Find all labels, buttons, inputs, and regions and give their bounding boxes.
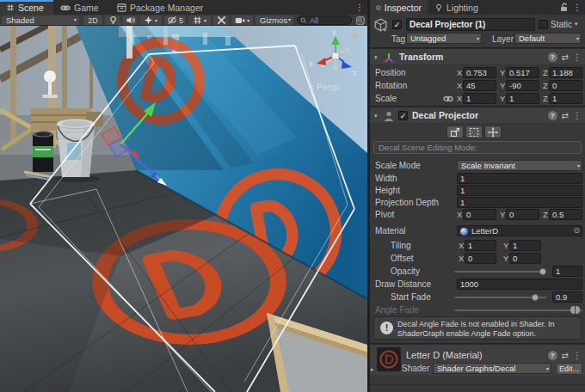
shader-edit-button[interactable]: Edit... bbox=[556, 363, 582, 375]
material-sphere-icon bbox=[460, 228, 468, 236]
static-checkbox[interactable] bbox=[539, 20, 548, 29]
gameobject-active-checkbox[interactable]: ✓ bbox=[392, 20, 402, 29]
help-icon[interactable]: ? bbox=[548, 351, 557, 360]
projection-mode-label[interactable]: Persp bbox=[317, 83, 340, 92]
draw-distance-label: Draw Distance bbox=[375, 279, 431, 290]
tiling-x-field[interactable]: 1 bbox=[465, 240, 496, 251]
shading-mode-dropdown[interactable]: Shaded ▾ bbox=[2, 15, 79, 25]
tab-package-manager-label: Package Manager bbox=[130, 3, 203, 13]
opacity-value-field[interactable]: 1 bbox=[552, 266, 582, 277]
inspector-menu-icon[interactable]: ⋮ bbox=[573, 3, 582, 12]
kebab-menu-icon[interactable]: ⋮ bbox=[573, 111, 582, 120]
edit-scale-button[interactable] bbox=[446, 126, 464, 138]
chevron-down-icon: ▾ bbox=[288, 16, 291, 24]
scene-camera-dropdown[interactable]: ▾ bbox=[231, 15, 253, 25]
position-x-field[interactable]: 0.753 bbox=[463, 67, 496, 78]
height-field[interactable]: 1 bbox=[457, 185, 582, 196]
axis-y-label: Y bbox=[500, 67, 505, 78]
rotation-y-field[interactable]: -90 bbox=[506, 80, 539, 91]
material-foldout-icon[interactable]: ▸ bbox=[371, 366, 374, 373]
tab-inspector[interactable]: Inspector bbox=[370, 0, 428, 15]
axis-z-label: Z bbox=[543, 80, 548, 91]
gizmo-x-label: x bbox=[309, 59, 313, 68]
inspector-lock-icon[interactable] bbox=[560, 3, 569, 12]
object-picker-icon[interactable]: ⊙ bbox=[573, 226, 580, 236]
static-dropdown-icon[interactable]: ▾ bbox=[575, 21, 578, 28]
scale-x-field[interactable]: 1 bbox=[463, 93, 496, 104]
preset-icon[interactable]: ⇄ bbox=[562, 111, 569, 120]
inspector-info-icon bbox=[376, 3, 381, 12]
opacity-slider-track[interactable] bbox=[454, 271, 546, 273]
toggle-2d-button[interactable]: 2D bbox=[83, 15, 102, 25]
scale-z-field[interactable]: 1 bbox=[549, 93, 582, 104]
component-enabled-checkbox[interactable]: ✓ bbox=[398, 111, 408, 120]
scale-y-field[interactable]: 1 bbox=[506, 93, 539, 104]
rotation-x-field[interactable]: 45 bbox=[463, 80, 496, 91]
scene-panel-menu-icon[interactable]: ⋮ bbox=[355, 3, 364, 12]
transform-header[interactable]: ▾ Transform ? ⇄ ⋮ bbox=[370, 48, 585, 65]
pivot-z-field[interactable]: 0.5 bbox=[549, 209, 582, 220]
scene-grid-dropdown[interactable]: ▾ bbox=[188, 15, 211, 25]
scale-mode-dropdown[interactable]: Scale Invariant▾ bbox=[457, 160, 582, 171]
prefab-dropdown-icon[interactable]: ▾ bbox=[384, 27, 386, 33]
width-field[interactable]: 1 bbox=[457, 173, 582, 184]
draw-distance-field[interactable]: 1000 bbox=[457, 279, 582, 290]
constrain-proportions-link-icon[interactable] bbox=[443, 95, 453, 103]
shader-dropdown[interactable]: Shader Graphs/Decal▾ bbox=[433, 363, 551, 374]
edit-pivot-button[interactable] bbox=[484, 126, 502, 138]
tiling-label: Tiling bbox=[391, 240, 411, 251]
decal-projector-header[interactable]: ▾ ✓ Decal Projector ? ⇄ ⋮ bbox=[370, 107, 585, 124]
material-section-header[interactable]: Letter D (Material) ? ⇄ ⋮ ▸ Shader Shade… bbox=[370, 344, 585, 377]
decal-projector-title: Decal Projector bbox=[412, 110, 478, 121]
tab-scene-label: Scene bbox=[18, 3, 44, 13]
transform-title: Transform bbox=[399, 52, 443, 63]
position-y-field[interactable]: 0.517 bbox=[506, 67, 539, 78]
scene-effects-dropdown[interactable]: ▾ bbox=[139, 15, 162, 25]
component-tools-button[interactable] bbox=[213, 15, 229, 25]
pivot-x-field[interactable]: 0 bbox=[463, 209, 496, 220]
gizmos-dropdown[interactable]: Gizmos ▾ bbox=[256, 15, 293, 25]
scene-lighting-button[interactable] bbox=[105, 15, 120, 25]
help-icon[interactable]: ? bbox=[548, 52, 557, 62]
start-fade-value-field[interactable]: 0.9 bbox=[552, 291, 582, 303]
scene-visibility-button[interactable]: 5 bbox=[164, 15, 186, 25]
dashed-box-icon bbox=[469, 127, 479, 138]
material-object-field[interactable]: LetterD ⊙ bbox=[457, 225, 582, 236]
preset-icon[interactable]: ⇄ bbox=[562, 52, 569, 62]
offset-y-field[interactable]: 0 bbox=[509, 253, 541, 264]
tab-game-label: Game bbox=[74, 3, 99, 13]
tab-game[interactable]: Game bbox=[54, 0, 109, 15]
chevron-down-icon: ▾ bbox=[74, 16, 77, 24]
offset-x-field[interactable]: 0 bbox=[465, 253, 496, 264]
tiling-y-field[interactable]: 1 bbox=[509, 240, 541, 251]
preset-icon[interactable]: ⇄ bbox=[562, 351, 569, 360]
tab-lighting[interactable]: Lighting bbox=[428, 0, 490, 15]
foldout-icon[interactable]: ▾ bbox=[374, 113, 378, 119]
height-label: Height bbox=[375, 185, 400, 196]
search-zoom-button[interactable] bbox=[354, 15, 366, 25]
transform-icon bbox=[383, 52, 395, 64]
scene-audio-button[interactable] bbox=[122, 15, 138, 25]
width-label: Width bbox=[375, 173, 397, 184]
layer-dropdown[interactable]: Default▾ bbox=[514, 33, 582, 44]
gameobject-name-field[interactable]: Decal Projector (1) bbox=[406, 18, 535, 31]
start-fade-slider-handle[interactable] bbox=[532, 294, 539, 301]
scene-viewport[interactable]: y x z < Persp bbox=[0, 26, 367, 392]
pivot-y-field[interactable]: 0 bbox=[506, 209, 539, 220]
projection-depth-field[interactable]: 1 bbox=[457, 197, 582, 208]
rotation-z-field[interactable]: 0 bbox=[549, 80, 582, 91]
scene-search-input[interactable]: All bbox=[297, 15, 352, 25]
tab-scene[interactable]: Scene bbox=[0, 0, 53, 15]
foldout-icon[interactable]: ▾ bbox=[374, 54, 378, 61]
kebab-menu-icon[interactable]: ⋮ bbox=[573, 351, 582, 360]
kebab-menu-icon[interactable]: ⋮ bbox=[573, 52, 582, 62]
tab-package-manager[interactable]: Package Manager bbox=[111, 0, 211, 15]
inspector-panel: Inspector Lighting ⋮ ▾ ✓ Decal Projector… bbox=[370, 0, 585, 392]
material-thumbnail[interactable] bbox=[377, 347, 401, 371]
tag-dropdown[interactable]: Untagged▾ bbox=[406, 33, 482, 44]
opacity-slider-handle[interactable] bbox=[539, 268, 546, 275]
edit-crop-button[interactable] bbox=[465, 126, 483, 138]
help-icon[interactable]: ? bbox=[548, 111, 557, 120]
position-z-field[interactable]: 1.188 bbox=[549, 67, 582, 78]
axis-x-label: X bbox=[457, 209, 462, 220]
